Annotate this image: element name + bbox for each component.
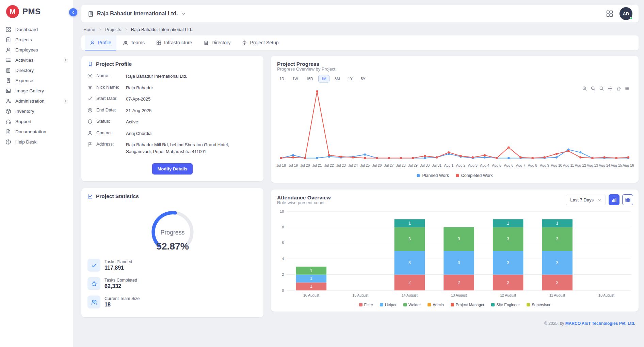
sidebar-item-label: Administration: [15, 99, 45, 104]
data-point: [328, 154, 330, 156]
legend-swatch: [456, 174, 459, 177]
range-button-1d[interactable]: 1D: [276, 75, 287, 82]
project-setup-tab-icon: [242, 40, 247, 45]
chevron-left-icon: [71, 10, 76, 15]
legend-item[interactable]: Completed Work: [456, 173, 493, 178]
sidebar: M PMS Dashboard Projects Employees Activ…: [0, 0, 73, 347]
main-area: Raja Bahadur International Ltd. AD Home …: [73, 0, 644, 347]
sidebar-item-employees[interactable]: Employees: [0, 45, 73, 55]
range-button-1w[interactable]: 1W: [289, 75, 301, 82]
y-axis-label: 10: [280, 209, 284, 213]
data-point: [603, 156, 606, 159]
sidebar-item-directory[interactable]: Directory: [0, 65, 73, 75]
breadcrumb-home[interactable]: Home: [83, 27, 95, 32]
legend-swatch: [417, 174, 420, 177]
data-point: [448, 151, 450, 153]
x-axis-label: Aug 1: [444, 163, 454, 167]
range-button-15d[interactable]: 15D: [303, 75, 316, 82]
x-axis-label: Jul 21: [312, 163, 322, 167]
legend-item[interactable]: Fitter: [359, 303, 373, 307]
legend-item[interactable]: Site Engineer: [491, 303, 520, 307]
tab-infrastructure[interactable]: Infrastructure: [151, 35, 197, 50]
sidebar-item-documentation[interactable]: Documentation: [0, 126, 73, 137]
x-axis-label: Jul 28: [396, 163, 406, 167]
bar-value-label: 2: [458, 280, 460, 285]
sidebar-nav: Dashboard Projects Employees Activities …: [0, 22, 73, 147]
selection-zoom-icon[interactable]: [599, 86, 604, 91]
attendance-bar-chart: 024681011116 August15 August233114 Augus…: [276, 208, 634, 299]
x-axis-label: Aug 2: [456, 163, 466, 167]
x-axis-label: 13 August: [451, 293, 467, 297]
company-selector[interactable]: Raja Bahadur International Ltd.: [87, 11, 186, 17]
bar-value-label: 1: [556, 221, 559, 226]
x-axis-label: 15 August: [353, 293, 369, 297]
chevron-right-icon: [63, 99, 67, 103]
legend-swatch: [491, 303, 495, 306]
data-point: [591, 157, 593, 159]
check-icon: [87, 259, 100, 272]
date-range-select[interactable]: Last 7 Days: [566, 195, 606, 205]
avatar-initials: AD: [623, 11, 629, 16]
tab-teams[interactable]: Teams: [118, 35, 150, 50]
data-point: [508, 157, 510, 159]
pan-icon[interactable]: [608, 86, 613, 91]
bar-chart-icon: [611, 197, 617, 203]
x-axis-label: Jul 18: [276, 163, 286, 167]
sidebar-item-administration[interactable]: Administration: [0, 96, 73, 106]
sidebar-item-activities[interactable]: Activities: [0, 55, 73, 65]
bar-value-label: 1: [310, 276, 312, 281]
legend-item[interactable]: Project Manager: [451, 303, 484, 307]
sidebar-item-inventory[interactable]: Inventory: [0, 106, 73, 116]
tab-directory[interactable]: Directory: [198, 35, 236, 50]
y-axis-label: 8: [282, 225, 284, 229]
check-icon: [87, 96, 93, 101]
sidebar-item-expense[interactable]: Expense: [0, 75, 73, 86]
range-button-1y[interactable]: 1Y: [345, 75, 355, 82]
sidebar-collapse-button[interactable]: [69, 8, 77, 16]
data-point: [556, 153, 558, 155]
support-icon: [5, 119, 11, 124]
legend-item[interactable]: Admin: [428, 303, 444, 307]
legend-swatch: [428, 303, 431, 306]
sidebar-item-label: Inventory: [15, 109, 34, 114]
range-button-5y[interactable]: 5Y: [358, 75, 368, 82]
sidebar-item-label: Activities: [15, 58, 33, 63]
chart-view-button[interactable]: [609, 194, 619, 205]
range-button-3m[interactable]: 3M: [332, 75, 343, 82]
data-point: [412, 157, 414, 159]
copyright-text: © 2025, by: [544, 321, 565, 326]
legend-item[interactable]: Helper: [380, 303, 397, 307]
sidebar-item-help-desk[interactable]: Help Desk: [0, 137, 73, 147]
breadcrumb-projects[interactable]: Projects: [105, 27, 121, 32]
sidebar-item-image-gallery[interactable]: Image Gallery: [0, 86, 73, 96]
attendance-chart-legend: FitterHelperWelderAdminProject ManagerSi…: [271, 301, 639, 312]
table-view-button[interactable]: [622, 194, 633, 205]
company-link[interactable]: MARCO AIoT Technologies Pvt. Ltd.: [565, 321, 635, 326]
data-point: [567, 150, 569, 152]
x-axis-label: 11 August: [549, 293, 565, 297]
user-avatar[interactable]: AD: [619, 7, 632, 20]
sidebar-item-projects[interactable]: Projects: [0, 34, 73, 45]
sidebar-item-dashboard[interactable]: Dashboard: [0, 24, 73, 34]
star-icon: [87, 277, 100, 290]
tab-project-setup[interactable]: Project Setup: [237, 35, 284, 50]
chart-menu-icon[interactable]: [625, 86, 630, 91]
legend-item[interactable]: Supervisor: [527, 303, 550, 307]
sidebar-item-support[interactable]: Support: [0, 116, 73, 126]
brand-logo: M PMS: [0, 0, 73, 22]
range-button-1m[interactable]: 1M: [318, 75, 329, 82]
data-point: [460, 155, 462, 157]
tab-label: Project Setup: [250, 40, 278, 45]
sidebar-item-label: Directory: [15, 68, 34, 73]
apps-grid-icon[interactable]: [606, 10, 613, 17]
legend-item[interactable]: Welder: [403, 303, 421, 307]
card-title: Project Profile: [96, 61, 132, 67]
zoom-in-icon[interactable]: [582, 86, 587, 91]
bar-value-label: 1: [310, 284, 312, 289]
zoom-out-icon[interactable]: [591, 86, 596, 91]
tab-profile[interactable]: Profile: [85, 35, 116, 50]
modify-details-button[interactable]: Modify Details: [152, 163, 192, 175]
legend-item[interactable]: Planned Work: [417, 173, 449, 178]
reset-zoom-icon[interactable]: [616, 86, 621, 91]
profile-field-contact: Contact: Anuj Chordia: [87, 128, 257, 139]
